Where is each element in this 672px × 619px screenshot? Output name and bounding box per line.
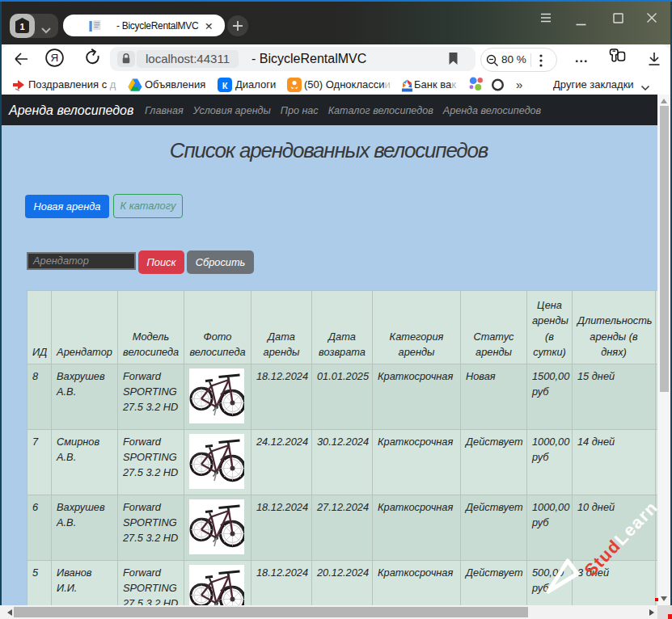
svg-text:1: 1	[19, 22, 24, 32]
svg-text:К: К	[222, 81, 228, 91]
svg-text:Я: Я	[51, 52, 59, 64]
